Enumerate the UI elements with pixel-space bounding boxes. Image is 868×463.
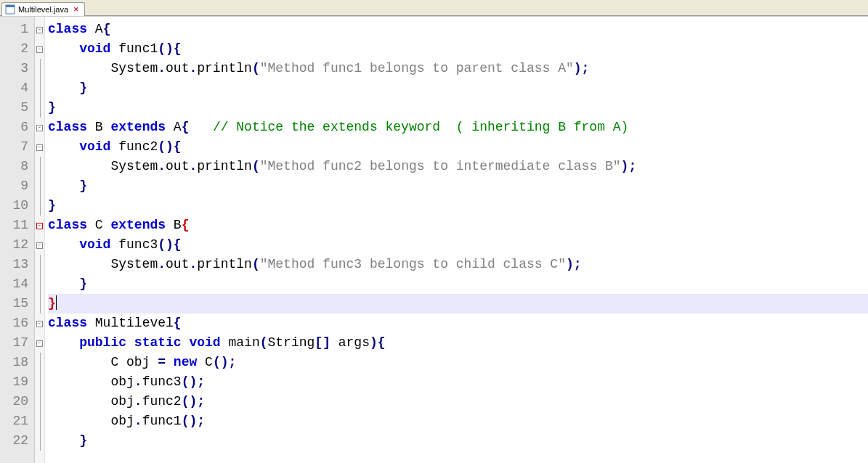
- code-line[interactable]: obj.func2();: [48, 392, 868, 411]
- code-line[interactable]: }: [48, 294, 868, 314]
- line-number: 7: [9, 137, 28, 157]
- fold-cell[interactable]: [35, 59, 44, 78]
- line-number: 2: [9, 39, 28, 59]
- line-number: 8: [9, 157, 28, 176]
- fold-cell[interactable]: [35, 78, 44, 98]
- code-token: println: [197, 159, 252, 173]
- fold-toggle-icon[interactable]: -: [36, 144, 43, 151]
- code-line[interactable]: }: [48, 274, 868, 294]
- code-area[interactable]: class A{ void func1(){ System.out.printl…: [45, 17, 868, 463]
- fold-toggle-icon[interactable]: -: [36, 125, 43, 131]
- code-token: static: [134, 335, 182, 350]
- code-token: }: [79, 179, 87, 193]
- code-line[interactable]: System.out.println("Method func1 belongs…: [48, 59, 868, 78]
- fold-cell[interactable]: -: [35, 216, 44, 235]
- fold-cell[interactable]: [35, 411, 44, 431]
- code-line[interactable]: }: [48, 78, 868, 98]
- code-token: .: [189, 257, 197, 271]
- line-number: 11: [9, 216, 28, 235]
- tab-file[interactable]: Multilevel.java ✕: [1, 2, 85, 16]
- code-line[interactable]: }: [48, 176, 868, 196]
- fold-cell[interactable]: -: [35, 20, 44, 39]
- code-token: (){: [158, 41, 181, 56]
- line-number: 6: [9, 118, 28, 137]
- code-token: }: [79, 276, 87, 291]
- code-line[interactable]: }: [48, 196, 868, 216]
- code-token: func3: [142, 374, 182, 389]
- code-line[interactable]: C obj = new C();: [48, 353, 868, 372]
- code-line[interactable]: }: [48, 98, 868, 118]
- fold-toggle-icon[interactable]: -: [36, 242, 43, 249]
- fold-cell[interactable]: [35, 255, 44, 274]
- fold-cell[interactable]: [35, 157, 44, 176]
- code-line[interactable]: }: [48, 431, 868, 451]
- code-token: }: [48, 296, 56, 311]
- code-line[interactable]: System.out.println("Method func2 belongs…: [48, 157, 868, 176]
- line-number: 19: [9, 372, 28, 392]
- code-token: [126, 335, 134, 350]
- code-line[interactable]: void func1(){: [48, 39, 868, 59]
- fold-cell[interactable]: -: [35, 137, 44, 157]
- code-line[interactable]: class Multilevel{: [48, 314, 868, 333]
- code-token: // Notice the extends keyword ( inheriti…: [213, 120, 629, 134]
- code-token: out: [166, 159, 189, 173]
- code-line[interactable]: obj.func3();: [48, 372, 868, 392]
- code-editor[interactable]: 12345678910111213141516171819202122 ----…: [0, 16, 868, 463]
- code-token: System: [48, 61, 158, 75]
- fold-cell[interactable]: [35, 196, 44, 216]
- code-token: extends: [110, 218, 166, 232]
- fold-cell[interactable]: [35, 294, 44, 314]
- code-token: );: [621, 159, 637, 173]
- fold-toggle-icon[interactable]: -: [36, 340, 43, 347]
- code-token: [48, 81, 79, 95]
- code-token: A: [87, 22, 103, 36]
- code-token: ();: [213, 355, 236, 369]
- code-line[interactable]: obj.func1();: [48, 411, 868, 431]
- code-token: out: [166, 257, 189, 271]
- code-line[interactable]: public static void main(String[] args){: [48, 333, 868, 353]
- fold-cell[interactable]: -: [35, 235, 44, 255]
- line-number: 17: [9, 333, 28, 353]
- fold-cell[interactable]: [35, 392, 44, 411]
- fold-cell[interactable]: -: [35, 39, 44, 59]
- fold-cell[interactable]: [35, 353, 44, 372]
- fold-toggle-icon[interactable]: -: [36, 321, 43, 327]
- code-token: "Method func1 belongs to parent class A": [260, 61, 574, 75]
- close-icon[interactable]: ✕: [73, 6, 80, 13]
- fold-cell[interactable]: [35, 372, 44, 392]
- code-token: System: [48, 159, 158, 173]
- line-number: 15: [9, 294, 28, 314]
- code-line[interactable]: class C extends B{: [48, 216, 868, 235]
- code-line[interactable]: System.out.println("Method func3 belongs…: [48, 255, 868, 274]
- fold-cell[interactable]: -: [35, 314, 44, 333]
- code-token: println: [197, 257, 252, 271]
- code-token: (: [252, 257, 260, 271]
- line-number: 4: [9, 78, 28, 98]
- fold-column[interactable]: --------: [35, 17, 45, 463]
- code-token: );: [566, 257, 582, 271]
- code-token: func2: [110, 139, 158, 154]
- fold-toggle-icon[interactable]: -: [36, 27, 43, 33]
- fold-cell[interactable]: -: [35, 118, 44, 137]
- fold-cell[interactable]: -: [35, 333, 44, 353]
- code-token: class: [48, 316, 87, 330]
- code-token: func3: [110, 237, 158, 252]
- code-token: func1: [110, 41, 158, 56]
- code-token: [166, 355, 174, 369]
- code-token: (: [260, 335, 268, 350]
- fold-cell[interactable]: [35, 431, 44, 451]
- code-token: []: [315, 335, 330, 350]
- code-line[interactable]: class B extends A{ // Notice the extends…: [48, 118, 868, 137]
- code-line[interactable]: class A{: [48, 20, 868, 39]
- fold-cell[interactable]: [35, 98, 44, 118]
- code-token: func2: [142, 394, 182, 409]
- code-line[interactable]: void func2(){: [48, 137, 868, 157]
- fold-toggle-icon[interactable]: -: [36, 223, 43, 229]
- fold-toggle-icon[interactable]: -: [36, 46, 43, 53]
- code-token: );: [574, 61, 590, 75]
- fold-cell[interactable]: [35, 274, 44, 294]
- code-line[interactable]: void func3(){: [48, 235, 868, 255]
- code-token: [48, 335, 79, 350]
- fold-cell[interactable]: [35, 176, 44, 196]
- code-token: func1: [142, 414, 182, 428]
